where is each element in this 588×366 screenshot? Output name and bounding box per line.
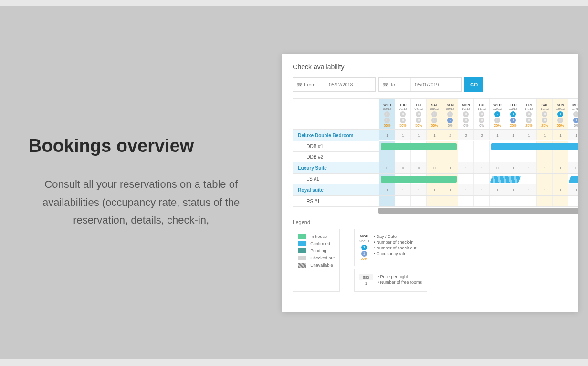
room-cell[interactable] — [521, 174, 536, 184]
room-cell[interactable] — [521, 152, 536, 162]
availability-cell: 1 — [552, 130, 568, 140]
availability-cell: 1 — [458, 184, 473, 195]
room-name[interactable]: RS #1 — [293, 196, 379, 206]
room-cell[interactable] — [489, 152, 505, 162]
go-button[interactable]: GO — [464, 77, 483, 92]
availability-cell: 1 — [379, 130, 395, 140]
room-name[interactable]: DDB #1 — [293, 141, 379, 151]
availability-table: WED05/120050%THU06/120050%FRI07/120050%S… — [293, 98, 578, 207]
legend-line: Price per night — [378, 274, 422, 279]
room-cell[interactable] — [426, 196, 442, 206]
availability-cell: 1 — [505, 130, 521, 140]
room-cell[interactable] — [458, 174, 473, 184]
room-cell[interactable] — [489, 196, 505, 206]
legend-line: Day / Date — [374, 234, 416, 239]
room-name[interactable]: LS #1 — [293, 174, 379, 184]
day-header[interactable]: SAT15/120025% — [536, 99, 552, 129]
room-cell[interactable] — [473, 152, 489, 162]
room-cell[interactable] — [395, 196, 410, 206]
day-header[interactable]: MON10/12000% — [458, 99, 473, 129]
day-header[interactable]: THU06/120050% — [395, 99, 410, 129]
availability-cell: 1 — [505, 162, 521, 173]
page-title: Bookings overview — [29, 136, 253, 156]
legend: In houseConfirmedPendingChecked outUnava… — [293, 229, 578, 292]
category-name[interactable]: Luxury Suite — [293, 162, 379, 173]
availability-cell: 1 — [458, 162, 473, 173]
reservation-bar[interactable] — [569, 176, 578, 183]
room-cell[interactable] — [426, 152, 442, 162]
availability-cell: 0 — [395, 162, 410, 173]
day-header[interactable]: MON17/12010% — [568, 99, 578, 129]
room-name[interactable]: DDB #2 — [293, 152, 379, 162]
day-header[interactable]: WED05/120050% — [379, 99, 395, 129]
date-to-input[interactable]: 05/01/2019 — [410, 78, 457, 91]
day-header[interactable]: SUN09/12020% — [442, 99, 458, 129]
room-cell[interactable] — [536, 174, 552, 184]
day-header[interactable]: FRI14/120025% — [521, 99, 536, 129]
legend-line: Occupancy rate — [374, 251, 416, 256]
availability-cell: 1 — [489, 184, 505, 195]
day-header[interactable]: SAT08/120050% — [426, 99, 442, 129]
reservation-bar[interactable] — [381, 176, 457, 183]
room-cell[interactable] — [410, 196, 426, 206]
room-cell[interactable] — [536, 152, 552, 162]
availability-cell: 0 — [410, 162, 426, 173]
day-header[interactable]: FRI07/120050% — [410, 99, 426, 129]
room-cell[interactable] — [521, 196, 536, 206]
date-range-bar: From 05/12/2018 To 05/01/2019 GO — [293, 77, 578, 92]
room-cell[interactable] — [505, 152, 521, 162]
room-cell[interactable] — [458, 152, 473, 162]
availability-cell: 1 — [568, 130, 578, 140]
room-cell[interactable] — [442, 152, 458, 162]
availability-cell: 1 — [521, 162, 536, 173]
room-cell[interactable] — [442, 196, 458, 206]
day-header[interactable]: THU13/121125% — [505, 99, 521, 129]
availability-cell: 1 — [410, 130, 426, 140]
room-cell[interactable] — [552, 174, 568, 184]
room-cell[interactable] — [473, 196, 489, 206]
room-cell[interactable] — [552, 152, 568, 162]
reservation-bar[interactable] — [490, 176, 521, 183]
availability-cell: 1 — [536, 184, 552, 195]
date-from-input[interactable]: 05/12/2018 — [325, 78, 371, 91]
availability-cell: 1 — [442, 184, 458, 195]
legend-line: Number of check-in — [374, 240, 416, 245]
day-header[interactable]: TUE11/12000% — [473, 99, 489, 129]
room-cell[interactable] — [473, 141, 489, 152]
legend-item: Confirmed — [298, 241, 335, 246]
availability-cell: 1 — [536, 162, 552, 173]
day-header[interactable]: WED12/122025% — [489, 99, 505, 129]
legend-sample-header: MON 26/10 2 1 50% — [359, 234, 369, 261]
room-cell[interactable] — [568, 152, 578, 162]
room-cell[interactable] — [458, 141, 473, 152]
legend-cell-explain: $80 1 Price per nightNumber of free room… — [354, 269, 427, 292]
room-cell[interactable] — [552, 196, 568, 206]
date-to-field[interactable]: To 05/01/2019 — [378, 77, 462, 92]
legend-line: Number of free rooms — [378, 280, 422, 285]
date-from-field[interactable]: From 05/12/2018 — [293, 77, 376, 92]
legend-item: Pending — [298, 248, 335, 253]
legend-line: Number of check-out — [374, 246, 416, 250]
room-cell[interactable] — [410, 152, 426, 162]
horizontal-scrollbar[interactable] — [378, 208, 578, 214]
room-cell[interactable] — [458, 196, 473, 206]
room-cell[interactable] — [505, 196, 521, 206]
room-cell[interactable] — [379, 196, 395, 206]
room-cell[interactable] — [379, 152, 395, 162]
room-cell[interactable] — [536, 196, 552, 206]
day-header[interactable]: SUN16/121050% — [552, 99, 568, 129]
category-name[interactable]: Royal suite — [293, 184, 379, 195]
availability-cell: 1 — [489, 130, 505, 140]
availability-cell: 1 — [426, 184, 442, 195]
reservation-bar[interactable] — [491, 143, 578, 150]
reservation-bar[interactable] — [381, 143, 457, 150]
room-cell[interactable] — [568, 196, 578, 206]
room-cell[interactable] — [395, 152, 410, 162]
availability-cell: 1 — [442, 162, 458, 173]
availability-cell: 2 — [458, 130, 473, 140]
availability-cell: 1 — [552, 162, 568, 173]
panel-title: Check availability — [293, 63, 578, 71]
category-name[interactable]: Deluxe Double Bedroom — [293, 130, 379, 141]
room-cell[interactable] — [473, 174, 489, 184]
legend-item: Unavailable — [298, 263, 335, 268]
